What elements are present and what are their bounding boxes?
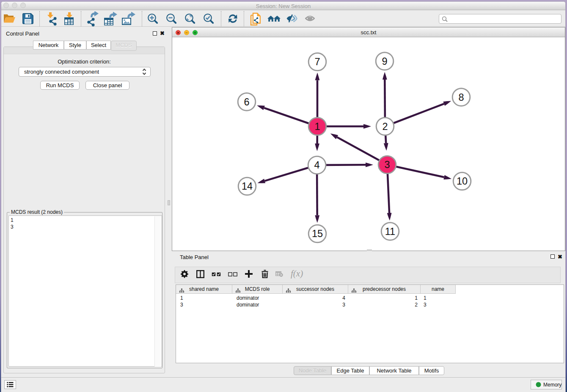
- svg-text:11: 11: [385, 226, 395, 237]
- svg-text:1: 1: [314, 121, 320, 132]
- svg-text:10: 10: [457, 176, 468, 187]
- svg-text:15: 15: [312, 228, 323, 239]
- svg-text:9: 9: [382, 56, 387, 67]
- svg-text:7: 7: [314, 56, 320, 67]
- svg-text:6: 6: [244, 97, 249, 108]
- svg-text:14: 14: [242, 181, 253, 192]
- svg-text:4: 4: [314, 160, 319, 171]
- svg-text:3: 3: [384, 159, 390, 170]
- svg-text:2: 2: [382, 121, 388, 132]
- svg-text:8: 8: [458, 92, 464, 103]
